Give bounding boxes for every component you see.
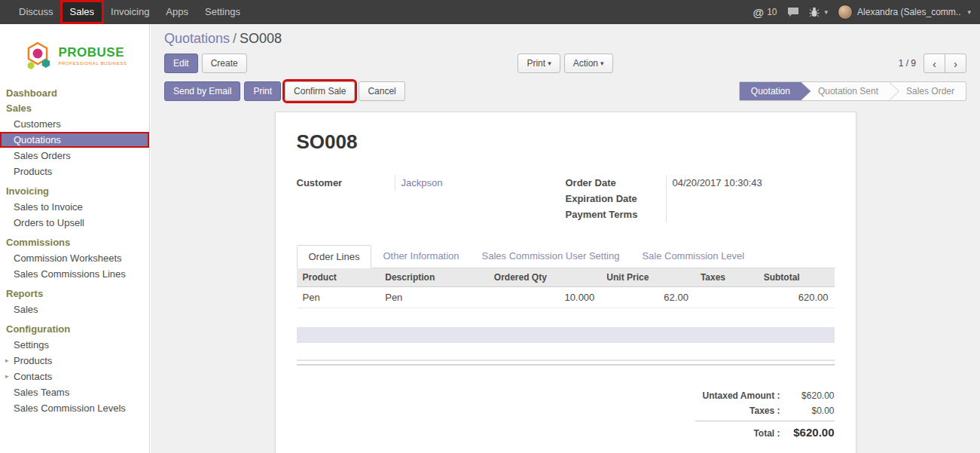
print-dropdown[interactable]: Print ▾ bbox=[517, 54, 560, 73]
sidebar-nav: Dashboard Sales Customers Quotations Sal… bbox=[0, 86, 149, 416]
avatar bbox=[838, 5, 853, 20]
at-icon: @ bbox=[753, 6, 765, 19]
topbar-right: @ 10 ▾ Alexandra (Sales_comm.. ▾ bbox=[753, 5, 980, 20]
total-label: Total : bbox=[753, 428, 780, 439]
page-title: SO008 bbox=[297, 130, 835, 154]
logo-tagline: PROFESSIONAL BUSINESS bbox=[58, 61, 127, 66]
company-logo: PROBUSE PROFESSIONAL BUSINESS bbox=[0, 24, 149, 86]
user-menu[interactable]: Alexandra (Sales_comm.. ▾ bbox=[838, 5, 971, 20]
sidebar-item-reports-sales[interactable]: Sales bbox=[0, 301, 149, 317]
sidebar-item-products[interactable]: Products bbox=[0, 164, 149, 179]
create-button[interactable]: Create bbox=[202, 54, 247, 73]
menu-settings[interactable]: Settings bbox=[197, 2, 249, 23]
mentions-counter[interactable]: @ 10 bbox=[753, 6, 777, 19]
sidebar-section-invoicing[interactable]: Invoicing bbox=[0, 184, 149, 199]
confirm-sale-button[interactable]: Confirm Sale bbox=[285, 81, 355, 101]
tab-sales-commission-user-setting[interactable]: Sales Commission User Setting bbox=[471, 245, 631, 268]
send-by-email-button[interactable]: Send by Email bbox=[164, 81, 240, 101]
control-panel-row-2: Send by Email Print Confirm Sale Cancel … bbox=[164, 81, 966, 101]
cell-ordered-qty: 10.000 bbox=[488, 287, 600, 308]
customer-value[interactable]: Jackpson bbox=[395, 175, 566, 191]
sidebar-item-config-contacts[interactable]: ▸ Contacts bbox=[0, 369, 149, 384]
user-name: Alexandra (Sales_comm.. bbox=[857, 7, 960, 17]
chevron-down-icon: ▾ bbox=[825, 8, 829, 16]
column-header-product: Product bbox=[297, 268, 380, 287]
debug-menu[interactable]: ▾ bbox=[809, 7, 829, 17]
order-lines-table: Product Description Ordered Qty Unit Pri… bbox=[297, 268, 835, 308]
breadcrumb-quotations[interactable]: Quotations bbox=[164, 31, 230, 46]
chevron-down-icon: ▾ bbox=[600, 60, 604, 67]
bug-icon bbox=[809, 7, 820, 17]
status-step-sales-order[interactable]: Sales Order bbox=[890, 82, 966, 100]
untaxed-amount-value: $620.00 bbox=[780, 390, 835, 401]
status-step-quotation-sent[interactable]: Quotation Sent bbox=[801, 82, 890, 100]
column-header-unit-price: Unit Price bbox=[600, 268, 695, 287]
sidebar-item-config-products[interactable]: ▸ Products bbox=[0, 353, 149, 369]
sidebar-item-orders-to-upsell[interactable]: Orders to Upsell bbox=[0, 215, 149, 231]
column-header-subtotal: Subtotal bbox=[758, 268, 835, 287]
control-panel: Quotations/SO008 Edit Create Print ▾ Act… bbox=[151, 24, 980, 101]
sidebar: PROBUSE PROFESSIONAL BUSINESS Dashboard … bbox=[0, 24, 150, 453]
tab-order-lines[interactable]: Order Lines bbox=[297, 245, 372, 268]
sidebar-section-dashboard[interactable]: Dashboard bbox=[0, 86, 149, 101]
sidebar-item-sales-orders[interactable]: Sales Orders bbox=[0, 148, 149, 164]
chevron-down-icon: ▾ bbox=[548, 60, 551, 67]
empty-section-row bbox=[297, 327, 835, 343]
expiration-date-value bbox=[666, 191, 835, 207]
menu-invoicing[interactable]: Invoicing bbox=[102, 2, 157, 23]
sidebar-item-customers[interactable]: Customers bbox=[0, 116, 149, 132]
print-button[interactable]: Print bbox=[244, 81, 281, 101]
totals-block: Untaxed Amount : $620.00 Taxes : $0.00 T… bbox=[695, 388, 835, 441]
pager-prev-button[interactable]: ‹ bbox=[924, 54, 945, 73]
sidebar-item-settings[interactable]: Settings bbox=[0, 337, 149, 353]
cell-taxes bbox=[695, 287, 758, 308]
sidebar-item-quotations[interactable]: Quotations bbox=[0, 132, 149, 148]
sidebar-section-sales[interactable]: Sales bbox=[0, 101, 149, 116]
expand-arrow-icon[interactable]: ▸ bbox=[5, 369, 9, 384]
menu-sales[interactable]: Sales bbox=[62, 2, 103, 23]
sidebar-item-sales-to-invoice[interactable]: Sales to Invoice bbox=[0, 199, 149, 215]
mention-count: 10 bbox=[767, 7, 777, 17]
breadcrumb-current: SO008 bbox=[240, 31, 282, 46]
edit-button[interactable]: Edit bbox=[164, 54, 198, 73]
print-dropdown-label: Print bbox=[527, 58, 545, 69]
breadcrumb: Quotations/SO008 bbox=[164, 31, 966, 47]
separator-line bbox=[297, 364, 835, 366]
breadcrumb-separator: / bbox=[233, 31, 237, 46]
status-step-quotation[interactable]: Quotation bbox=[740, 82, 801, 100]
menu-discuss[interactable]: Discuss bbox=[11, 2, 62, 23]
probuse-logo-icon bbox=[22, 38, 53, 72]
taxes-value: $0.00 bbox=[780, 406, 835, 416]
column-header-ordered-qty: Ordered Qty bbox=[488, 268, 600, 287]
pager: 1 / 9 ‹ › bbox=[899, 54, 966, 73]
cell-description: Pen bbox=[379, 287, 488, 308]
taxes-label: Taxes : bbox=[750, 406, 780, 416]
main-content: Quotations/SO008 Edit Create Print ▾ Act… bbox=[151, 24, 980, 453]
order-line-row[interactable]: Pen Pen 10.000 62.00 620.00 bbox=[297, 287, 835, 308]
cancel-button[interactable]: Cancel bbox=[359, 81, 405, 101]
tab-other-information[interactable]: Other Information bbox=[371, 245, 470, 268]
sidebar-item-sales-teams[interactable]: Sales Teams bbox=[0, 384, 149, 400]
sidebar-item-commission-worksheets[interactable]: Commission Worksheets bbox=[0, 250, 149, 266]
untaxed-amount-label: Untaxed Amount : bbox=[703, 390, 780, 401]
sidebar-section-reports[interactable]: Reports bbox=[0, 286, 149, 301]
customer-label: Customer bbox=[297, 175, 395, 191]
pager-next-button[interactable]: › bbox=[945, 54, 966, 73]
table-header-row: Product Description Ordered Qty Unit Pri… bbox=[297, 268, 835, 287]
sidebar-section-commissions[interactable]: Commissions bbox=[0, 235, 149, 250]
field-groups: Customer Jackpson Order Date 04/20/2017 … bbox=[297, 175, 835, 222]
sidebar-item-label: Contacts bbox=[14, 371, 52, 382]
expand-arrow-icon[interactable]: ▸ bbox=[5, 353, 9, 369]
messages-icon[interactable] bbox=[787, 7, 799, 17]
topbar: Discuss Sales Invoicing Apps Settings @ … bbox=[0, 0, 980, 24]
sidebar-item-sales-commission-levels[interactable]: Sales Commission Levels bbox=[0, 400, 149, 416]
order-date-label: Order Date bbox=[566, 175, 666, 191]
menu-apps[interactable]: Apps bbox=[157, 2, 197, 23]
cell-subtotal: 620.00 bbox=[758, 287, 835, 308]
logo-name: PROBUSE bbox=[58, 45, 127, 60]
tab-sale-commission-level[interactable]: Sale Commission Level bbox=[630, 245, 756, 268]
sidebar-section-configuration[interactable]: Configuration bbox=[0, 322, 149, 337]
sidebar-item-sales-commissions-lines[interactable]: Sales Commissions Lines bbox=[0, 266, 149, 282]
payment-terms-value bbox=[666, 207, 835, 222]
action-dropdown[interactable]: Action ▾ bbox=[564, 54, 613, 73]
